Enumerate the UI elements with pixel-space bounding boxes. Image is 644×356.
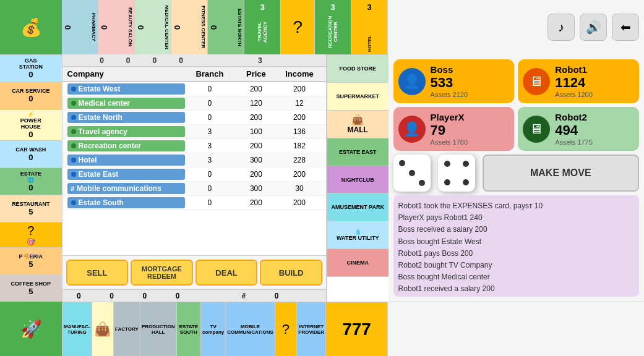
bottom-cell-purse[interactable]: 👜 xyxy=(92,302,113,356)
robot2-info: Robot2 494 Assets 1775 xyxy=(555,112,593,146)
right-cell-filler xyxy=(327,276,389,302)
robot1-info: Robot1 1124 Assets 1200 xyxy=(555,64,593,98)
top-cell-question[interactable]: ? xyxy=(280,0,314,54)
player-card-robot2: 🖥 Robot2 494 Assets 1775 xyxy=(518,107,639,151)
build-button[interactable]: BUILD xyxy=(260,260,322,286)
top-cell-travel-agency[interactable]: 3 TRAVEL AGENCY xyxy=(244,0,280,54)
right-cell-nightclub[interactable]: NIGHTCLUB xyxy=(327,166,389,193)
panel-bottom xyxy=(387,302,644,356)
right-board-cells: FOOD STORE SUPERMARKET 👜 MALL ESTATE EAS… xyxy=(327,54,389,302)
top-cell-fitness-center[interactable]: 0 FITNESS CENTER xyxy=(171,0,208,54)
make-move-button[interactable]: MAKE MOVE xyxy=(483,155,639,192)
avatar-robot1: 🖥 xyxy=(523,68,550,95)
deal-button[interactable]: DEAL xyxy=(195,260,258,286)
right-cell-cinema[interactable]: CINEMA xyxy=(327,248,389,276)
table-header: Company Branch Price Income xyxy=(62,67,326,82)
game-log: Robot1 took the EXPENSES card, paysт 10 … xyxy=(393,195,639,297)
bottom-number-row: 0 0 0 0 # 0 xyxy=(62,289,326,302)
bottom-cell-tv-company[interactable]: TV company xyxy=(200,302,225,356)
bottom-cell-estate-south[interactable]: ESTATE SOUTH xyxy=(176,302,200,356)
company-table: Estate West 0 200 200 Medical center 0 1… xyxy=(62,82,326,255)
table-row[interactable]: Estate South 0 200 200 xyxy=(62,196,326,210)
avatar-boss: 👤 xyxy=(398,68,426,95)
playerx-info: PlayerX 79 Assets 1780 xyxy=(431,112,468,146)
left-cell-car-service[interactable]: CAR SERVICE 0 xyxy=(0,82,62,109)
left-cell-power-house[interactable]: ⚡ POWER HOUSE 0 xyxy=(0,109,62,140)
left-cell-mystery[interactable]: ? 🎯 xyxy=(0,222,62,247)
table-row[interactable]: Recreation center 3 200 182 xyxy=(62,139,326,153)
right-cell-estate-east[interactable]: ESTATE EAST xyxy=(327,138,389,166)
right-cell-supermarket[interactable]: SUPERMARKET xyxy=(327,82,389,110)
left-cell-car-wash[interactable]: CAR WASH 0 xyxy=(0,140,62,167)
player-card-robot1: 🖥 Robot1 1124 Assets 1200 xyxy=(518,59,639,103)
player-card-boss: 👤 Boss 533 Assets 2120 xyxy=(393,59,515,103)
bottom-board-cells: MANUFAC-TURING 👜 FACTORY PRODUCTION HALL… xyxy=(62,302,325,356)
bottom-cell-production-hall[interactable]: PRODUCTION HALL xyxy=(140,302,176,356)
table-row[interactable]: Medical center 0 120 12 xyxy=(62,96,326,111)
boss-info: Boss 533 Assets 2120 xyxy=(431,64,468,98)
dice-2 xyxy=(438,155,475,192)
bottom-cell-question[interactable]: ? xyxy=(275,302,296,356)
mortgage-redeem-button[interactable]: MORTGAGE REDEEM xyxy=(131,260,193,286)
right-panel: 👤 Boss 533 Assets 2120 🖥 Robot1 1124 Ass… xyxy=(389,54,644,302)
bottom-cell-mobile-communications[interactable]: MOBILE COMMUNICATIONS xyxy=(225,302,275,356)
table-row[interactable]: Estate West 0 200 200 xyxy=(62,82,326,96)
sell-button[interactable]: SELL xyxy=(66,260,129,286)
avatar-robot2: 🖥 xyxy=(523,116,550,143)
right-cell-food-store[interactable]: FOOD STORE xyxy=(327,54,389,82)
volume-button[interactable]: 🔊 xyxy=(580,14,607,41)
players-grid: 👤 Boss 533 Assets 2120 🖥 Robot1 1124 Ass… xyxy=(393,59,639,151)
right-cell-mall[interactable]: 👜 MALL xyxy=(327,110,389,138)
music-button[interactable]: ♪ xyxy=(547,14,575,41)
corner-top-left: 💰 xyxy=(0,0,62,54)
top-number-row: 0 0 0 0 3 xyxy=(62,54,326,67)
table-row[interactable]: #Mobile communications 0 300 30 xyxy=(62,182,326,196)
dice-1 xyxy=(393,155,431,192)
avatar-playerx: 👤 xyxy=(398,116,426,143)
exit-button[interactable]: ⬅ xyxy=(612,14,639,41)
top-cell-hotel[interactable]: 3 HOTEL xyxy=(351,0,387,54)
left-cell-pizzeria[interactable]: P🍕ERIA 5 xyxy=(0,247,62,274)
corner-bottom-right: 777 xyxy=(325,302,387,356)
left-cell-restaurant[interactable]: RESTAURANT 5 xyxy=(0,195,62,222)
bottom-cell-internet-provider[interactable]: INTERNET PROVIDER xyxy=(296,302,325,356)
left-cell-gas-station[interactable]: GAS STATION 0 xyxy=(0,54,62,82)
top-cell-beauty-salon[interactable]: 0 BEAUTY SALON xyxy=(98,0,135,54)
top-board-cells: 0 PHARMACY 0 BEAUTY SALON 0 MEDICAL CENT… xyxy=(62,0,387,54)
bottom-board: 🚀 MANUFAC-TURING 👜 FACTORY PRODUCTION HA… xyxy=(0,302,644,356)
table-row[interactable]: Estate North 0 200 200 xyxy=(62,111,326,125)
top-cell-estate-north[interactable]: 0 ESTATE NORTH xyxy=(208,0,244,54)
bottom-cell-factory[interactable]: FACTORY xyxy=(113,302,140,356)
dice-and-move-area: MAKE MOVE xyxy=(393,155,639,192)
right-cell-amusement-park[interactable]: AMUSEMENT PARK xyxy=(327,193,389,221)
left-cell-coffee-shop[interactable]: COFFEE SHOP 5 xyxy=(0,274,62,302)
corner-bottom-left: 🚀 xyxy=(0,302,62,356)
top-cell-recreation-center[interactable]: 3 RECREATION CENTER xyxy=(314,0,351,54)
left-cell-estate-west[interactable]: ESTATE 🌐 0 xyxy=(0,167,62,195)
top-cell-pharmacy[interactable]: 0 PHARMACY xyxy=(62,0,98,54)
center-table-area: 0 0 0 0 3 Company Branch Price Income xyxy=(62,54,327,302)
bottom-cell-manufacturing[interactable]: MANUFAC-TURING xyxy=(62,302,92,356)
action-buttons-area: SELL MORTGAGE REDEEM DEAL BUILD xyxy=(62,255,326,289)
right-cell-water-utility[interactable]: 💧 WATER UTILITY xyxy=(327,221,389,248)
player-card-playerx: 👤 PlayerX 79 Assets 1780 xyxy=(393,107,515,151)
table-row[interactable]: Estate East 0 200 200 xyxy=(62,167,326,182)
table-row[interactable]: Hotel 3 300 228 xyxy=(62,153,326,167)
panel-controls-area: ♪ 🔊 ⬅ xyxy=(387,0,644,54)
top-cell-medical-center[interactable]: 0 MEDICAL CENTER xyxy=(135,0,171,54)
left-board-cells: GAS STATION 0 CAR SERVICE 0 ⚡ POWER HOUS… xyxy=(0,54,62,302)
table-row[interactable]: Travel agency 3 100 136 xyxy=(62,125,326,139)
